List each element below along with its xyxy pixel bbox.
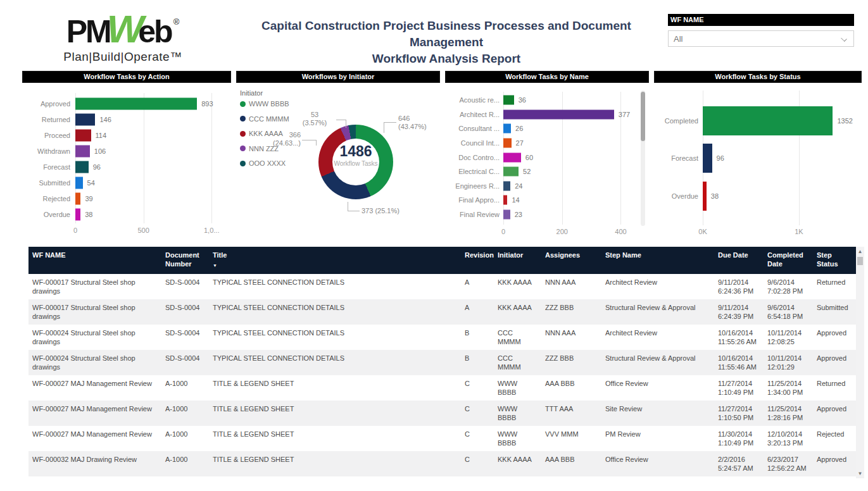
bar[interactable]	[503, 210, 510, 220]
bar[interactable]	[503, 124, 511, 134]
legend-label: OOO XXXX	[249, 159, 286, 167]
header-cell[interactable]: Revision	[461, 247, 494, 274]
bar-row: Council Int...27	[445, 136, 649, 151]
table-cell: AAA BBB	[541, 375, 601, 401]
donut-total: 1486	[318, 144, 393, 159]
table-cell: 11/25/2014 1:28:16 PM	[764, 401, 813, 426]
bar[interactable]	[75, 113, 95, 125]
pmweb-logo-text: PMWeb®	[37, 4, 209, 50]
data-label: 106	[94, 147, 106, 155]
legend-item[interactable]: WWW BBBB	[240, 100, 289, 108]
table-cell: Office Review	[601, 451, 714, 476]
table-row[interactable]: WF-000027 MAJ Management ReviewA-1000TIT…	[28, 401, 856, 426]
callout-connector	[336, 120, 346, 120]
header-cell[interactable]: Initiator	[494, 247, 541, 274]
bar[interactable]	[503, 181, 510, 190]
bar-chart-tasks-by-action: 05001,0...Approved893Returned146Proceed1…	[22, 83, 231, 239]
header-cell[interactable]: Assignees	[541, 247, 601, 274]
table-cell: C	[461, 401, 494, 426]
bar-row: Forecast96	[22, 159, 231, 175]
category-label: Forecast	[654, 154, 698, 162]
table-cell: A	[461, 299, 494, 325]
bar[interactable]	[75, 161, 89, 173]
header-cell[interactable]: Title▼	[209, 247, 461, 274]
table-cell: 11/30/2014 1:10:49 PM	[714, 426, 764, 451]
registered-mark: ®	[173, 17, 180, 27]
table-cell: 6/23/2017 12:56:22 AM	[764, 451, 813, 476]
table-row[interactable]: WF-000027 MAJ Management ReviewA-1000TIT…	[28, 426, 856, 451]
bar-row: Overdue38	[654, 177, 862, 215]
category-label: Submitted	[22, 179, 70, 187]
table-cell: WF-000027 MAJ Management Review	[28, 401, 161, 426]
callout-connector	[316, 140, 317, 146]
table-cell: WF-000017 Structural Steel shop drawings	[28, 274, 161, 299]
bar[interactable]	[703, 144, 712, 173]
table-cell: 12/10/2014 3:20:13 PM	[764, 426, 813, 451]
data-label: 14	[512, 196, 519, 204]
bar[interactable]	[75, 145, 90, 157]
table-row[interactable]: WF-000017 Structural Steel shop drawings…	[28, 299, 856, 325]
table-cell: AAA BBB	[541, 451, 601, 476]
scroll-down-icon[interactable]: ▼	[856, 471, 864, 476]
axis-tick-label: 1K	[795, 228, 803, 235]
bar[interactable]	[75, 97, 197, 109]
axis-tick-label: 0K	[698, 228, 707, 235]
data-label: 52	[523, 168, 531, 175]
table-row[interactable]: WF-000024 Structural Steel shop drawings…	[28, 350, 856, 375]
header-cell[interactable]: WF NAME	[28, 247, 161, 274]
table-cell: C	[461, 451, 494, 476]
table-row[interactable]: WF-000017 Structural Steel shop drawings…	[28, 274, 856, 299]
header-cell[interactable]: Due Date	[714, 247, 764, 274]
table-cell: SD-S-0004	[161, 325, 209, 350]
bar-row: Withdrawn106	[22, 143, 231, 159]
header-cell[interactable]: Document Number	[161, 247, 209, 274]
sort-descending-icon[interactable]: ▼	[213, 261, 457, 270]
table-cell: WWW BBBB	[494, 375, 541, 401]
bar[interactable]	[503, 139, 512, 148]
bar[interactable]	[75, 177, 83, 189]
data-label: 893	[201, 100, 213, 108]
table-cell: TYPICAL STEEL CONNECTION DETAILS	[209, 299, 461, 325]
table-cell: CCC MMMM	[494, 350, 541, 375]
bar[interactable]	[75, 192, 80, 204]
bar[interactable]	[503, 96, 514, 105]
data-label: 38	[85, 211, 92, 218]
bar[interactable]	[703, 182, 707, 211]
table-cell: Approved	[813, 350, 856, 375]
table-row[interactable]: WF-000024 Structural Steel shop drawings…	[28, 325, 856, 350]
bar[interactable]	[75, 129, 91, 141]
legend-item[interactable]: OOO XXXX	[240, 159, 286, 167]
table-cell: Rejected	[813, 426, 856, 451]
scroll-up-icon[interactable]: ▲	[856, 249, 864, 254]
bar[interactable]	[703, 106, 833, 135]
bar-row: Forecast96	[654, 140, 862, 178]
header-cell[interactable]: Completed Date	[764, 247, 813, 274]
header-cell[interactable]: Step Name	[601, 247, 714, 274]
table-cell: VVV MMM	[541, 426, 601, 451]
table-scrollbar[interactable]: ▲ ▼	[856, 247, 864, 478]
table-cell: TTT AAA	[541, 401, 601, 426]
table-row[interactable]: WF-000027 MAJ Management ReviewA-1000TIT…	[28, 375, 856, 401]
category-label: Electrical C...	[445, 168, 500, 175]
table-cell: WF-000024 Structural Steel shop drawings	[28, 325, 161, 350]
table-cell: SD-S-0004	[161, 299, 209, 325]
panel-title: Workflow Tasks by Name	[445, 71, 649, 83]
wf-name-dropdown[interactable]: All	[668, 30, 854, 47]
table-cell: Structural Review & Approval	[601, 350, 714, 375]
category-label: Approved	[22, 100, 70, 108]
bar[interactable]	[503, 152, 521, 162]
data-label: 24	[515, 182, 522, 190]
category-label: Overdue	[654, 192, 698, 200]
bar[interactable]	[75, 208, 80, 220]
data-label: 38	[711, 192, 719, 200]
bar-row: Submitted54	[22, 175, 231, 190]
bar[interactable]	[503, 167, 519, 177]
bar[interactable]	[503, 196, 507, 205]
bar[interactable]	[503, 109, 614, 119]
table-scrollbar-thumb[interactable]	[857, 257, 863, 265]
legend-item[interactable]: CCC MMMM	[240, 115, 289, 123]
dropdown-selected-value: All	[674, 34, 682, 44]
table-cell: Returned	[813, 274, 856, 299]
header-cell[interactable]: Step Status	[813, 247, 856, 274]
table-row[interactable]: WF-000032 MAJ Drawing ReviewA-1000TITLE …	[28, 451, 856, 476]
